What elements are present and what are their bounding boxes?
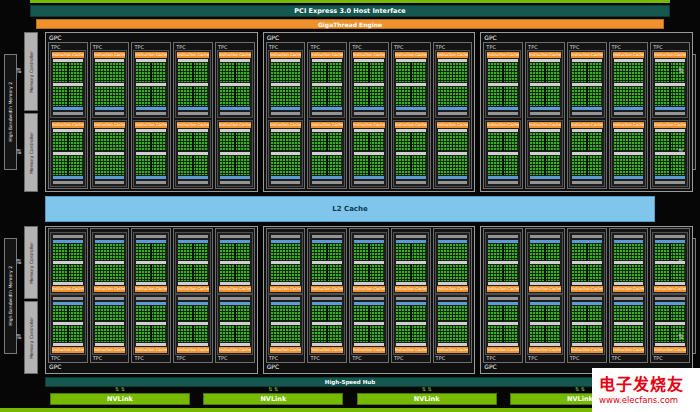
shared-memory-strip — [438, 112, 468, 115]
nvlink-arrows-row: ⇅ ⇅⇅ ⇅⇅ ⇅⇅ ⇅ — [50, 386, 650, 393]
instruction-cache-bar: Instruction Cache — [311, 286, 343, 292]
core-grid — [136, 156, 166, 175]
texture-cache-strip — [95, 176, 125, 179]
shared-memory-strip — [95, 297, 125, 300]
shared-memory-strip — [271, 235, 301, 238]
tpc-block: TPCInstruction CacheInstruction Cache — [349, 42, 389, 189]
instruction-cache-bar: Instruction Cache — [219, 122, 251, 128]
instruction-cache-bar: Instruction Cache — [395, 286, 427, 292]
scheduler-strip — [95, 282, 125, 285]
core-grid — [95, 265, 125, 281]
register-strip — [614, 83, 644, 86]
updown-arrows-icon: ⇅ — [677, 148, 685, 156]
instruction-cache-bar: Instruction Cache — [52, 122, 84, 128]
texture-cache-strip — [572, 240, 602, 243]
core-grid — [354, 133, 384, 152]
tpc-block: TPCInstruction CacheInstruction Cache — [349, 228, 389, 363]
core-grid — [136, 326, 166, 342]
shared-memory-strip — [572, 235, 602, 238]
core-grid — [488, 265, 518, 281]
sm-block: Instruction Cache — [309, 232, 345, 294]
register-strip — [95, 152, 125, 155]
sm-block: Instruction Cache — [133, 120, 169, 188]
register-strip — [488, 83, 518, 86]
register-strip — [271, 152, 301, 155]
tpc-label: TPC — [92, 355, 128, 361]
core-grid — [271, 306, 301, 322]
register-strip — [572, 261, 602, 264]
instruction-cache-bar: Instruction Cache — [270, 122, 302, 128]
core-grid — [655, 156, 685, 175]
scheduler-strip — [312, 282, 342, 285]
core-grid — [354, 244, 384, 260]
scheduler-strip — [655, 59, 685, 62]
core-grid — [178, 87, 208, 106]
tpc-block: TPCInstruction CacheInstruction Cache — [433, 228, 473, 363]
shared-memory-strip — [136, 235, 166, 238]
memory-controller-bar: Memory Controller — [24, 226, 38, 299]
shared-memory-strip — [136, 112, 166, 115]
gpc-label: GPC — [48, 363, 255, 371]
instruction-cache-bar: Instruction Cache — [311, 122, 343, 128]
core-grid — [438, 133, 468, 152]
gpc-block: GPCTPCInstruction CacheInstruction Cache… — [480, 32, 693, 192]
scheduler-strip — [312, 343, 342, 346]
texture-cache-strip — [220, 176, 250, 179]
core-grid — [271, 326, 301, 342]
core-grid — [572, 306, 602, 322]
gpc-block: GPCTPCInstruction CacheInstruction Cache… — [263, 226, 476, 374]
sm-block: Instruction Cache — [92, 232, 128, 294]
shared-memory-strip — [354, 235, 384, 238]
instruction-cache-bar: Instruction Cache — [311, 347, 343, 353]
scheduler-strip — [396, 129, 426, 132]
scheduler-strip — [488, 129, 518, 132]
register-strip — [53, 152, 83, 155]
register-strip — [271, 322, 301, 325]
sm-block: Instruction Cache — [92, 50, 128, 118]
memory-controller-bar: Memory Controller — [24, 113, 38, 192]
texture-cache-strip — [488, 240, 518, 243]
shared-memory-strip — [488, 235, 518, 238]
core-grid — [312, 87, 342, 106]
core-grid — [271, 133, 301, 152]
texture-cache-strip — [396, 302, 426, 305]
shared-memory-strip — [53, 181, 83, 184]
core-grid — [396, 63, 426, 82]
register-strip — [438, 322, 468, 325]
core-grid — [438, 265, 468, 281]
core-grid — [136, 63, 166, 82]
sm-block: Instruction Cache — [268, 294, 304, 356]
scheduler-strip — [178, 59, 208, 62]
shared-memory-strip — [614, 112, 644, 115]
tpc-label: TPC — [217, 355, 253, 361]
sm-block: Instruction Cache — [175, 50, 211, 118]
tpc-block: TPCInstruction CacheInstruction Cache — [525, 42, 565, 189]
texture-cache-strip — [312, 107, 342, 110]
core-grid — [354, 306, 384, 322]
texture-cache-strip — [655, 176, 685, 179]
shared-memory-strip — [396, 297, 426, 300]
instruction-cache-bar: Instruction Cache — [571, 122, 603, 128]
gpc-row-bottom: GPCTPCInstruction CacheInstruction Cache… — [45, 226, 655, 374]
shared-memory-strip — [220, 112, 250, 115]
updown-arrows-icon: ⇅ ⇅ — [203, 386, 343, 393]
register-strip — [136, 322, 166, 325]
instruction-cache-bar: Instruction Cache — [613, 52, 645, 58]
hbm-label: High Bandwidth Memory 2 — [8, 82, 13, 142]
texture-cache-strip — [312, 302, 342, 305]
register-strip — [178, 261, 208, 264]
tpc-block: TPCInstruction CacheInstruction Cache — [609, 42, 649, 189]
core-grid — [530, 326, 560, 342]
shared-memory-strip — [312, 181, 342, 184]
register-strip — [488, 322, 518, 325]
shared-memory-strip — [354, 181, 384, 184]
register-strip — [655, 83, 685, 86]
scheduler-strip — [396, 343, 426, 346]
instruction-cache-bar: Instruction Cache — [270, 286, 302, 292]
core-grid — [95, 244, 125, 260]
shared-memory-strip — [354, 112, 384, 115]
core-grid — [95, 63, 125, 82]
sm-block: Instruction Cache — [652, 50, 688, 118]
shared-memory-strip — [53, 297, 83, 300]
register-strip — [312, 261, 342, 264]
